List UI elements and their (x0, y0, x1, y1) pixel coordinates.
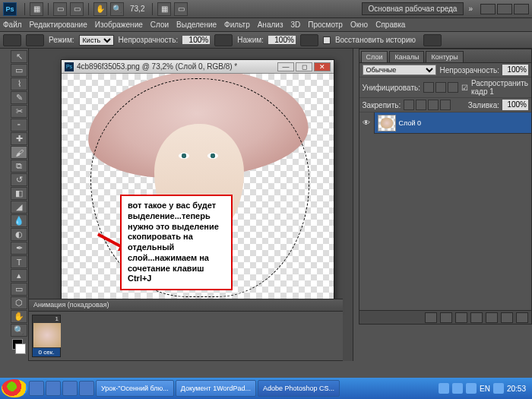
taskbar-item[interactable]: Документ 1WordPad... (176, 380, 256, 397)
crop-tool[interactable]: ✂ (11, 105, 27, 118)
zoom-tool[interactable]: 🔍 (11, 324, 27, 337)
animation-frame[interactable]: 1 0 сек. (32, 315, 61, 357)
hand-icon[interactable]: ✋ (93, 2, 107, 16)
menu-file[interactable]: Файл (3, 21, 22, 29)
workspace-switcher[interactable]: Основная рабочая среда (362, 2, 464, 15)
blur-tool[interactable]: 💧 (11, 214, 27, 227)
unify-vis-icon[interactable] (435, 82, 446, 93)
restore-history-checkbox[interactable] (323, 36, 331, 44)
flow-value[interactable]: 100% (268, 36, 296, 44)
menu-layers[interactable]: Слои (150, 21, 169, 29)
menu-window[interactable]: Окно (350, 21, 368, 29)
eyedropper-tool[interactable]: ⁃ (11, 119, 27, 131)
marquee-tool[interactable]: ▭ (11, 64, 27, 77)
tray-icon[interactable] (439, 383, 449, 394)
layer-group-icon[interactable] (486, 312, 498, 323)
tray-icon[interactable] (452, 383, 463, 394)
pen-tool[interactable]: ✒ (11, 242, 27, 255)
tablet-pressure-icon[interactable] (423, 34, 442, 46)
bridge-icon[interactable]: ▦ (30, 2, 43, 16)
mode-select[interactable]: Кисть (79, 35, 114, 46)
tab-paths[interactable]: Контуры (426, 51, 463, 62)
lock-trans-icon[interactable] (404, 100, 414, 110)
hand-tool[interactable]: ✋ (11, 310, 27, 323)
tray-icon[interactable] (493, 383, 504, 394)
layer-row[interactable]: 👁 Слой 0 (359, 112, 531, 134)
quickselect-tool[interactable]: ✎ (11, 91, 27, 104)
zoom-level[interactable]: 73,2 (130, 5, 144, 13)
language-indicator[interactable]: EN (480, 385, 490, 393)
maximize-button[interactable] (497, 4, 512, 14)
lasso-tool[interactable]: ⌇ (11, 78, 27, 90)
zoom-icon[interactable]: 🔍 (110, 2, 124, 16)
minimize-button[interactable] (480, 4, 496, 14)
lock-pos-icon[interactable] (428, 100, 439, 110)
brush-preset-icon[interactable] (26, 34, 44, 46)
doc-minimize-button[interactable]: — (277, 62, 294, 71)
menu-edit[interactable]: Редактирование (30, 21, 87, 29)
move-tool[interactable]: ↖ (11, 50, 27, 63)
opacity-value[interactable]: 100% (182, 36, 210, 44)
path-select-tool[interactable]: ▴ (11, 269, 27, 282)
quicklaunch-icon[interactable] (62, 381, 78, 396)
fill-value[interactable]: 100% (502, 100, 528, 110)
taskbar-item[interactable]: Урок-"Осенний блю... (96, 380, 174, 397)
adjustment-layer-icon[interactable] (470, 312, 483, 323)
menu-view[interactable]: Просмотр (308, 21, 343, 29)
layer-opacity-value[interactable]: 100% (502, 65, 528, 75)
quicklaunch-icon[interactable] (79, 381, 94, 396)
tool-preset-icon[interactable] (3, 34, 21, 46)
menu-select[interactable]: Выделение (176, 21, 217, 29)
tab-channels[interactable]: Каналы (389, 51, 424, 62)
document-titlebar[interactable]: Ps 4cb896f35053.png @ 73,2% (Слой 0, RGB… (62, 60, 334, 74)
new-layer-icon[interactable] (501, 312, 513, 323)
unify-pos-icon[interactable] (423, 82, 434, 93)
layer-mask-icon[interactable] (455, 312, 467, 323)
doc-maximize-button[interactable]: ◻ (296, 62, 312, 71)
healing-tool[interactable]: ✚ (11, 132, 27, 145)
arrange-icon[interactable]: ▦ (157, 2, 171, 16)
gradient-tool[interactable]: ◢ (11, 201, 27, 214)
doc-close-button[interactable]: ✕ (314, 62, 331, 71)
clock[interactable]: 20:53 (507, 385, 526, 393)
lock-all-icon[interactable] (440, 100, 451, 110)
airbrush-icon[interactable] (300, 34, 318, 46)
stamp-tool[interactable]: ⧉ (11, 160, 27, 173)
menu-filter[interactable]: Фильтр (224, 21, 250, 29)
visibility-icon[interactable]: 👁 (359, 112, 375, 134)
animation-panel-title[interactable]: Анимация (покадровая) (29, 299, 343, 312)
color-swatches[interactable] (11, 337, 27, 356)
eraser-tool[interactable]: ◧ (11, 187, 27, 200)
link-layers-icon[interactable] (425, 312, 437, 323)
brush-tool[interactable]: 🖌 (11, 146, 27, 159)
menu-help[interactable]: Справка (375, 21, 405, 29)
close-button[interactable] (514, 4, 529, 14)
unify-style-icon[interactable] (448, 82, 458, 93)
menu-analysis[interactable]: Анализ (258, 21, 283, 29)
view-extras-icon[interactable]: ▭ (53, 2, 67, 16)
frame-duration[interactable]: 0 сек. (33, 348, 60, 356)
menu-3d[interactable]: 3D (290, 21, 300, 29)
tray-icon[interactable] (466, 383, 477, 394)
layer-style-icon[interactable] (440, 312, 452, 323)
start-button[interactable] (2, 379, 27, 397)
history-brush-tool[interactable]: ↺ (11, 173, 27, 186)
menu-image[interactable]: Изображение (95, 21, 143, 29)
type-tool[interactable]: T (11, 255, 27, 268)
delete-layer-icon[interactable] (516, 312, 528, 323)
shape-tool[interactable]: ▭ (11, 283, 27, 296)
taskbar-item[interactable]: Adobe Photoshop CS... (258, 380, 340, 397)
quicklaunch-icon[interactable] (46, 381, 61, 396)
propagate-label[interactable]: Распространить кадр 1 (471, 79, 528, 96)
quicklaunch-icon[interactable] (29, 381, 44, 396)
layer-name[interactable]: Слой 0 (399, 119, 421, 127)
blend-mode-select[interactable]: Обычные (363, 65, 437, 75)
3d-tool[interactable]: ⬡ (11, 296, 27, 309)
tab-layers[interactable]: Слои (361, 51, 388, 62)
screenmode-icon[interactable]: ▭ (174, 2, 188, 16)
layer-thumb[interactable] (378, 115, 396, 131)
dodge-tool[interactable]: ◐ (11, 228, 27, 241)
lock-pixels-icon[interactable] (416, 100, 426, 110)
view-extras2-icon[interactable]: ▭ (70, 2, 84, 16)
workspace-more-icon[interactable]: » (468, 5, 473, 13)
